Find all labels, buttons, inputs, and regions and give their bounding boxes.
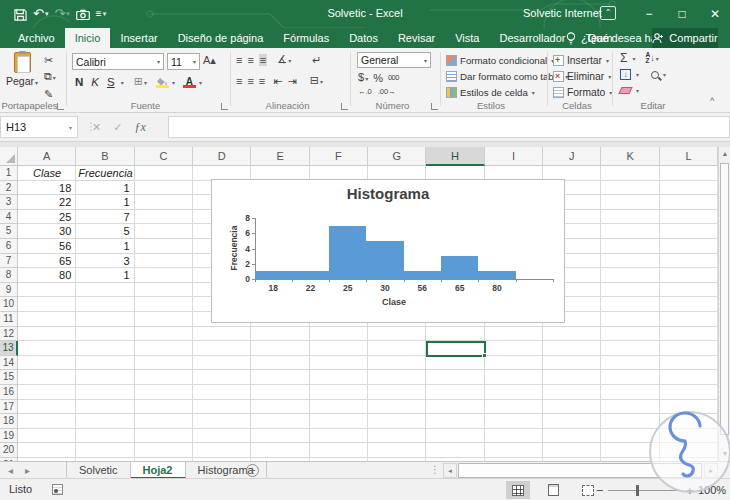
format-cells-button[interactable]: Formato▾ <box>553 85 612 100</box>
tab-formulas[interactable]: Fórmulas <box>273 28 339 48</box>
name-box[interactable]: H13 ▾ <box>0 116 78 138</box>
font-color-icon[interactable]: A <box>183 77 196 88</box>
new-sheet-icon[interactable]: + <box>246 464 259 477</box>
ribbon-display-options-icon[interactable]: ⌃ <box>600 6 616 20</box>
row-header-15[interactable]: 15 <box>0 370 18 385</box>
row-header-16[interactable]: 16 <box>0 385 18 400</box>
enter-entry-icon[interactable]: ✓ <box>113 121 122 134</box>
cancel-entry-icon[interactable]: ✕ <box>92 121 101 134</box>
sheet-nav-left-icon[interactable]: ◂ <box>8 465 13 476</box>
tab-split-grip[interactable]: ⋮ <box>430 464 440 475</box>
row-header-14[interactable]: 14 <box>0 356 18 371</box>
cell-B1[interactable]: Frecuencia <box>76 166 134 181</box>
underline-button[interactable]: S <box>104 76 118 88</box>
share-button[interactable]: Compartir <box>652 28 718 48</box>
cut-icon[interactable]: ✂ <box>44 54 56 66</box>
chart[interactable]: Histograma Frecuencia Clase 024681822253… <box>211 179 565 323</box>
cell-B3[interactable]: 1 <box>76 195 134 210</box>
row-header-12[interactable]: 12 <box>0 327 18 342</box>
delete-cells-button[interactable]: Eliminar▾ <box>553 69 611 84</box>
normal-view-button[interactable] <box>506 481 530 499</box>
cell-B6[interactable]: 1 <box>76 239 134 254</box>
tab-datos[interactable]: Datos <box>339 28 388 48</box>
align-middle-icon[interactable]: ≡ <box>247 54 253 66</box>
fill-icon[interactable]: ↓ <box>620 69 631 80</box>
cell-B8[interactable]: 1 <box>76 268 134 283</box>
borders-icon[interactable]: ⊞▾ <box>134 75 147 89</box>
cell-B7[interactable]: 3 <box>76 254 134 269</box>
orientation-icon[interactable]: ∡▾ <box>277 53 291 67</box>
record-macro-icon[interactable] <box>52 484 63 495</box>
number-format-select[interactable]: General▾ <box>357 52 431 68</box>
increase-indent-icon[interactable]: ⇥ <box>287 75 296 87</box>
sort-filter-icon[interactable]: AZ ↓▾ <box>645 52 658 64</box>
column-header-g[interactable]: G <box>368 147 426 166</box>
decrease-decimal-icon[interactable]: .00→ <box>378 86 396 98</box>
tab-revisar[interactable]: Revisar <box>388 28 445 48</box>
zoom-out-icon[interactable]: − <box>596 483 604 498</box>
close-button[interactable]: ✕ <box>700 0 730 28</box>
clear-icon[interactable] <box>618 87 632 94</box>
cell-A7[interactable]: 65 <box>18 254 76 269</box>
horizontal-scroll-thumb[interactable] <box>458 463 702 478</box>
tab-diseno-de-pagina[interactable]: Diseño de página <box>168 28 274 48</box>
sheet-tab-solvetic[interactable]: Solvetic <box>66 462 131 479</box>
cell-B2[interactable]: 1 <box>76 181 134 196</box>
align-bottom-icon[interactable]: ≡ <box>259 54 267 66</box>
column-header-i[interactable]: I <box>485 147 543 166</box>
row-header-6[interactable]: 6 <box>0 239 18 254</box>
column-header-j[interactable]: J <box>543 147 601 166</box>
cell-A2[interactable]: 18 <box>18 181 76 196</box>
bold-button[interactable]: N <box>72 76 86 88</box>
italic-button[interactable]: K <box>88 76 102 88</box>
scroll-left-icon[interactable]: ◂ <box>443 463 457 478</box>
column-header-e[interactable]: E <box>251 147 309 166</box>
clipboard-dialog-launcher-icon[interactable] <box>57 103 64 110</box>
tab-desarrollador[interactable]: Desarrollador <box>489 28 575 48</box>
tab-archivo[interactable]: Archivo <box>8 28 65 48</box>
minimize-button[interactable]: − <box>634 0 664 28</box>
tab-inicio[interactable]: Inicio <box>65 28 111 48</box>
cell-A4[interactable]: 25 <box>18 210 76 225</box>
fill-handle[interactable] <box>482 353 487 358</box>
align-left-icon[interactable]: ≡ <box>236 75 242 87</box>
zoom-slider-thumb[interactable] <box>636 485 639 496</box>
find-select-icon[interactable]: ▾ <box>651 71 666 79</box>
account-name[interactable]: Solvetic Internet <box>523 7 602 19</box>
row-header-20[interactable]: 20 <box>0 443 18 458</box>
row-header-11[interactable]: 11 <box>0 312 18 327</box>
cell-A5[interactable]: 30 <box>18 224 76 239</box>
zoom-level[interactable]: 100% <box>698 484 726 496</box>
row-header-2[interactable]: 2 <box>0 181 18 196</box>
row-header-8[interactable]: 8 <box>0 268 18 283</box>
font-name-select[interactable]: Calibri▾ <box>72 53 164 70</box>
decrease-indent-icon[interactable]: ⇤ <box>273 75 282 87</box>
tab-vista[interactable]: Vista <box>445 28 489 48</box>
cell-A3[interactable]: 22 <box>18 195 76 210</box>
collapse-ribbon-icon[interactable]: ^ <box>710 96 714 106</box>
column-header-d[interactable]: D <box>193 147 251 166</box>
row-header-5[interactable]: 5 <box>0 224 18 239</box>
cell-A8[interactable]: 80 <box>18 268 76 283</box>
align-center-icon[interactable]: ≡ <box>247 75 253 87</box>
scroll-right-icon[interactable]: ▸ <box>704 463 718 478</box>
copy-icon[interactable]: ⧉▾ <box>44 70 56 84</box>
row-header-4[interactable]: 4 <box>0 210 18 225</box>
number-dialog-launcher-icon[interactable] <box>431 103 438 110</box>
scroll-up-icon[interactable]: ▲ <box>719 147 730 161</box>
sheet-tab-hoja2[interactable]: Hoja2 <box>131 462 186 479</box>
column-header-k[interactable]: K <box>601 147 659 166</box>
increase-font-icon[interactable]: A▴ <box>203 54 216 66</box>
insert-cells-button[interactable]: Insertar▾ <box>553 53 609 68</box>
font-size-select[interactable]: 11▾ <box>167 53 200 70</box>
column-header-f[interactable]: F <box>310 147 368 166</box>
cell-A6[interactable]: 56 <box>18 239 76 254</box>
cell-B4[interactable]: 7 <box>76 210 134 225</box>
column-header-a[interactable]: A <box>18 147 76 166</box>
row-header-13[interactable]: 13 <box>0 341 18 356</box>
row-header-7[interactable]: 7 <box>0 254 18 269</box>
alignment-dialog-launcher-icon[interactable] <box>341 103 348 110</box>
thousands-icon[interactable]: 000 <box>388 72 399 84</box>
row-header-10[interactable]: 10 <box>0 297 18 312</box>
row-header-18[interactable]: 18 <box>0 414 18 429</box>
